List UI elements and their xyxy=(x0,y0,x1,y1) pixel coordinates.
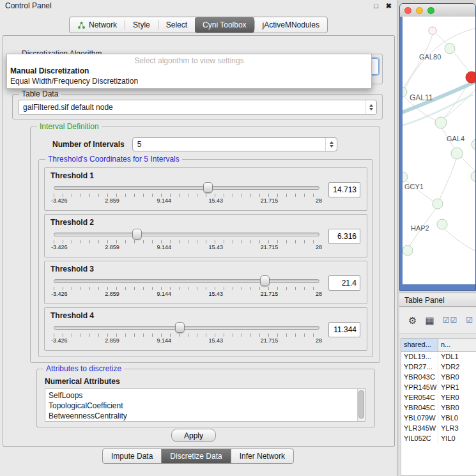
table-row[interactable]: YER054CYER0 xyxy=(401,393,476,403)
tab-infer-network[interactable]: Infer Network xyxy=(231,449,294,464)
tab-impute-data[interactable]: Impute Data xyxy=(102,449,162,464)
scale-label: -3.426 xyxy=(51,337,68,344)
table-row[interactable]: YPR145WYPR1 xyxy=(401,383,476,393)
network-node-selected[interactable] xyxy=(466,72,475,83)
table-cell: YLR345W xyxy=(401,424,438,434)
slider-thumb[interactable] xyxy=(203,182,213,193)
network-canvas[interactable]: GAL80 GAL11 GAL4 GCY1 HAP2 xyxy=(403,17,475,284)
table-row[interactable]: YLR345WYLR3 xyxy=(401,424,476,434)
network-icon xyxy=(77,21,86,29)
close-icon[interactable]: ✖ xyxy=(386,2,392,10)
network-node[interactable] xyxy=(451,148,463,159)
table-cell: YPR145W xyxy=(401,383,438,393)
table-row[interactable]: YBR045CYBR0 xyxy=(401,403,476,413)
table-cell: YIL052C xyxy=(401,434,438,444)
scale-label: 21.715 xyxy=(261,197,279,204)
tab-jactivemnodules[interactable]: jActiveMNodules xyxy=(255,17,327,33)
checkbox-icon-partial[interactable]: ☑ xyxy=(466,316,473,324)
scale-label: 2.859 xyxy=(105,244,119,250)
slider-track[interactable] xyxy=(54,279,319,283)
scale-label: 2.859 xyxy=(105,337,119,344)
network-node[interactable] xyxy=(435,117,447,128)
table-row[interactable]: YBR043CYBR0 xyxy=(401,372,476,383)
network-node[interactable] xyxy=(403,172,408,182)
network-node[interactable] xyxy=(429,27,436,35)
threshold-slider[interactable] xyxy=(54,275,319,286)
tab-style[interactable]: Style xyxy=(125,17,158,33)
network-node-label: GAL11 xyxy=(410,93,433,102)
combo-value: 5 xyxy=(137,140,323,149)
apply-button[interactable]: Apply xyxy=(171,429,216,442)
network-node[interactable] xyxy=(437,219,447,229)
network-node[interactable] xyxy=(472,139,475,150)
threshold-value-input[interactable] xyxy=(328,322,360,337)
threshold-panel: Threshold 4 -3.4262.8599.14415.4321.7152… xyxy=(44,307,367,351)
table-panel: ⚙ ▦ ☑☑ ☑ shared... n... YDL19...YDL1YDR2… xyxy=(399,307,476,476)
gear-icon[interactable]: ⚙ xyxy=(408,316,417,325)
threshold-value-input[interactable] xyxy=(328,275,360,291)
tab-select[interactable]: Select xyxy=(158,17,195,33)
table-row[interactable]: YDL19...YDL1 xyxy=(401,352,476,362)
slider-scale: -3.4262.8599.14415.4321.71528 xyxy=(51,197,322,204)
slider-thumb[interactable] xyxy=(132,229,142,240)
slider-track[interactable] xyxy=(54,233,319,236)
group-label: Attributes to discretize xyxy=(43,364,124,373)
tab-network[interactable]: Network xyxy=(70,17,125,33)
threshold-value-input[interactable] xyxy=(328,182,360,197)
scale-label: 15.43 xyxy=(209,291,224,297)
close-traffic-light[interactable] xyxy=(404,7,411,14)
scale-label: 2.859 xyxy=(105,291,119,297)
slider-track[interactable] xyxy=(54,326,319,330)
group-label: Threshold's Coordinates for 5 Intervals xyxy=(45,155,182,164)
slider-track[interactable] xyxy=(54,186,319,190)
screen: Control Panel □ ✖ Network Style Select xyxy=(0,0,476,476)
tab-cyni-toolbox[interactable]: Cyni Toolbox xyxy=(195,17,254,33)
column-selector-icon[interactable]: ▦ xyxy=(425,316,434,325)
numerical-attributes-list[interactable]: SelfLoopsTopologicalCoefficientBetweenne… xyxy=(45,388,365,422)
attributes-group: Attributes to discretize Numerical Attri… xyxy=(36,369,375,427)
list-scrollbar[interactable] xyxy=(357,389,365,421)
minimize-traffic-light[interactable] xyxy=(416,7,423,14)
threshold-panel: Threshold 1 -3.4262.8599.14415.4321.7152… xyxy=(44,167,367,211)
table-data-combo[interactable]: galFiltered.sif default node xyxy=(18,100,377,115)
table-row[interactable]: YIL052CYIL0 xyxy=(401,434,476,444)
list-item[interactable]: BetweennessCentrality xyxy=(49,411,357,421)
numerical-attributes-label: Numerical Attributes xyxy=(45,377,120,386)
dropdown-option-equal-width[interactable]: Equal Width/Frequency Discretization xyxy=(7,76,371,86)
num-intervals-combo[interactable]: 5 xyxy=(132,137,337,151)
network-node[interactable] xyxy=(433,199,443,209)
select-all-checkbox-icon[interactable]: ☑☑ xyxy=(443,316,458,324)
tab-discretize-data[interactable]: Discretize Data xyxy=(161,449,231,464)
scale-label: 9.144 xyxy=(157,291,171,297)
float-window-icon[interactable]: □ xyxy=(374,2,378,10)
dropdown-option-manual[interactable]: Manual Discretization xyxy=(7,66,371,76)
threshold-value-input[interactable] xyxy=(328,229,360,244)
column-header-name[interactable]: n... xyxy=(438,339,476,351)
network-node[interactable] xyxy=(403,87,407,97)
threshold-label: Threshold 2 xyxy=(45,215,367,229)
scale-label: 9.144 xyxy=(157,197,171,204)
list-item[interactable]: SelfLoops xyxy=(49,390,357,401)
table-row[interactable]: YBL079WYBL0 xyxy=(401,413,476,424)
table-row[interactable]: YDR27...YDR2 xyxy=(401,362,476,372)
scale-label: 28 xyxy=(316,197,322,204)
scrollbar-thumb[interactable] xyxy=(358,390,364,418)
network-node[interactable] xyxy=(471,171,475,181)
network-window-titlebar[interactable] xyxy=(400,4,475,17)
table-cell: YBR0 xyxy=(438,403,476,413)
zoom-traffic-light[interactable] xyxy=(427,7,434,14)
table-cell: YIL0 xyxy=(438,434,476,444)
slider-thumb[interactable] xyxy=(260,275,270,286)
slider-thumb[interactable] xyxy=(175,322,185,333)
spinner-icon xyxy=(365,100,376,114)
network-node[interactable] xyxy=(403,245,413,256)
threshold-slider[interactable] xyxy=(54,229,319,239)
tab-label: Cyni Toolbox xyxy=(203,17,246,33)
table-cell: YBR0 xyxy=(438,372,476,383)
list-item[interactable]: TopologicalCoefficient xyxy=(49,401,357,411)
network-node[interactable] xyxy=(445,43,455,54)
threshold-slider[interactable] xyxy=(54,322,319,332)
scale-label: 15.43 xyxy=(209,337,224,344)
column-header-shared-name[interactable]: shared... xyxy=(401,339,438,351)
threshold-slider[interactable] xyxy=(54,182,319,192)
